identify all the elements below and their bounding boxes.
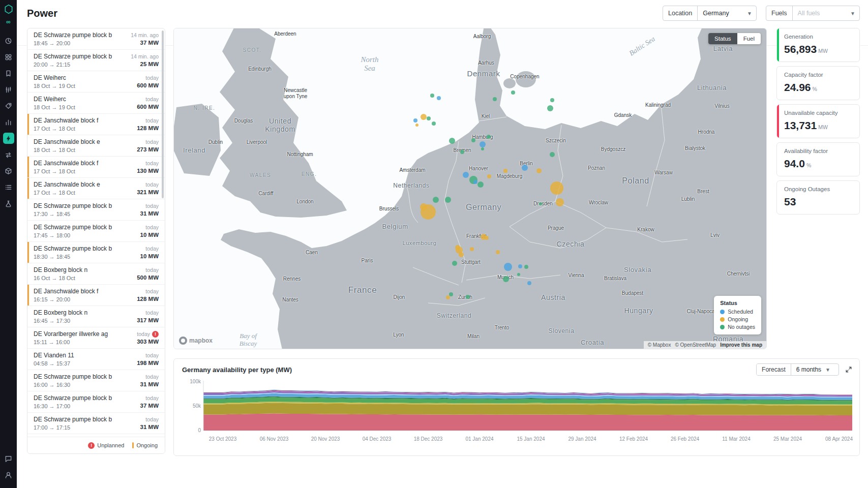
outage-mw: 600 MW: [137, 82, 159, 88]
outage-dot-ongoing[interactable]: [536, 168, 542, 173]
outage-dot-no-outages[interactable]: [511, 90, 515, 95]
outage-row[interactable]: DE Janschwalde block ftoday17 Oct → 18 O…: [27, 114, 165, 135]
outage-dot-no-outages[interactable]: [460, 150, 464, 154]
science-icon[interactable]: [3, 198, 14, 209]
outage-dot-no-outages[interactable]: [539, 202, 542, 205]
outage-dot-ongoing[interactable]: [420, 203, 427, 210]
outage-dot-ongoing[interactable]: [485, 236, 489, 240]
outage-row[interactable]: DE Schwarze pumpe block b14 min. ago18:4…: [27, 28, 165, 50]
outage-time: today: [145, 374, 159, 380]
fuels-select[interactable]: Fuels All fuels ▼: [766, 6, 860, 21]
outage-dot-scheduled[interactable]: [463, 172, 469, 178]
outage-dot-no-outages[interactable]: [550, 152, 555, 157]
location-select[interactable]: Location Germany ▼: [663, 6, 757, 21]
outage-dot-ongoing[interactable]: [487, 174, 491, 178]
outage-dot-scheduled[interactable]: [437, 96, 441, 100]
donut-chart-icon[interactable]: [3, 35, 14, 46]
outage-dot-no-outages[interactable]: [427, 116, 431, 120]
outage-dot-no-outages[interactable]: [449, 292, 453, 296]
app-logo-icon[interactable]: [4, 4, 14, 16]
outage-row[interactable]: DE Vianden 11today04:58 → 15:37198 MW: [27, 349, 165, 370]
outage-time: today: [145, 288, 159, 294]
outage-dot-no-outages[interactable]: [481, 147, 484, 150]
outage-dot-no-outages[interactable]: [449, 138, 455, 144]
outage-row[interactable]: DE Schwarze pumpe block btoday17:45 → 18…: [27, 221, 165, 242]
outage-dot-no-outages[interactable]: [550, 98, 554, 102]
mapbox-logo[interactable]: mapbox: [179, 337, 213, 345]
list-icon[interactable]: [3, 181, 14, 193]
outage-row[interactable]: DE Vorarlberger illwerke agtoday!15:11 →…: [27, 327, 165, 349]
outage-row[interactable]: DE Schwarze pumpe block btoday18:30 → 18…: [27, 242, 165, 263]
chat-icon[interactable]: [3, 453, 14, 464]
improve-map-link[interactable]: Improve this map: [720, 342, 762, 348]
candlestick-icon[interactable]: [3, 84, 14, 95]
outage-dot-ongoing[interactable]: [550, 181, 563, 195]
outage-dot-no-outages[interactable]: [432, 121, 436, 126]
outage-dot-no-outages[interactable]: [503, 276, 509, 282]
outage-row[interactable]: DE Janschwalde block etoday17 Oct → 18 O…: [27, 178, 165, 199]
outage-dot-no-outages[interactable]: [430, 94, 434, 98]
outage-dot-ongoing[interactable]: [496, 250, 500, 254]
mapbox-attribution-link[interactable]: © Mapbox: [648, 342, 671, 348]
bookmark-icon[interactable]: [3, 68, 14, 79]
dashboard-icon[interactable]: [3, 51, 14, 63]
outage-dot-no-outages[interactable]: [445, 197, 451, 203]
outage-dot-no-outages[interactable]: [524, 265, 528, 269]
scrollbar[interactable]: [162, 30, 164, 198]
tag-icon[interactable]: [3, 100, 14, 111]
outage-row[interactable]: DE Schwarze pumpe block btoday17:30 → 18…: [27, 199, 165, 221]
map-toggle-status[interactable]: Status: [708, 33, 737, 44]
outage-dot-ongoing[interactable]: [470, 247, 474, 251]
outage-dot-scheduled[interactable]: [504, 263, 512, 271]
outage-dot-scheduled[interactable]: [518, 264, 522, 268]
outage-dot-no-outages[interactable]: [487, 135, 491, 139]
package-icon[interactable]: [3, 165, 14, 176]
expand-chart-button[interactable]: [845, 366, 852, 373]
outage-row[interactable]: DE Weiherctoday18 Oct → 19 Oct600 MW: [27, 71, 165, 93]
outage-row[interactable]: DE Schwarze pumpe block b14 min. ago20:0…: [27, 50, 165, 71]
account-icon[interactable]: [3, 469, 14, 480]
outage-row[interactable]: DE Janschwalde block ftoday17 Oct → 18 O…: [27, 157, 165, 178]
outage-row[interactable]: DE Janschwalde block ftoday16:15 → 20:00…: [27, 285, 165, 306]
outage-row[interactable]: DE Schwarze pumpe block btoday16:00 → 16…: [27, 370, 165, 391]
outage-dot-ongoing[interactable]: [421, 114, 427, 120]
outage-dot-ongoing[interactable]: [503, 169, 507, 173]
outage-dot-scheduled[interactable]: [522, 165, 528, 171]
outage-dot-ongoing[interactable]: [415, 124, 418, 127]
outage-row[interactable]: DE Janschwalde block etoday18 Oct → 18 O…: [27, 135, 165, 157]
outage-row[interactable]: DE Boxberg block ntoday16:45 → 17:30317 …: [27, 306, 165, 327]
outage-range: 18:45 → 20:00: [34, 40, 70, 46]
outage-dot-no-outages[interactable]: [466, 295, 470, 299]
outage-row[interactable]: DE Schwarze pumpe block btoday17:00 → 17…: [27, 413, 165, 434]
range-select[interactable]: 6 months ▼: [791, 364, 839, 375]
outage-row[interactable]: DE Weiherctoday18 Oct → 19 Oct600 MW: [27, 93, 165, 114]
swap-icon[interactable]: [3, 149, 14, 160]
bar-chart-icon[interactable]: [3, 116, 14, 128]
outage-dot-no-outages[interactable]: [477, 181, 484, 188]
outage-dot-scheduled[interactable]: [413, 118, 417, 123]
outage-row[interactable]: DE Boxberg block ntoday16 Oct → 18 Oct50…: [27, 263, 165, 285]
outage-mw: 130 MW: [137, 168, 159, 174]
outage-dot-scheduled[interactable]: [473, 180, 477, 184]
outage-row[interactable]: DE Schwarze pumpe block btoday16:30 → 17…: [27, 391, 165, 413]
x-tick-label: 04 Dec 2023: [363, 436, 392, 442]
outage-dot-ongoing[interactable]: [556, 198, 564, 206]
outage-range: 15:11 → 16:00: [34, 339, 70, 345]
map[interactable]: North SeaBaltic SeaBay of BiscayDenmarkG…: [173, 28, 767, 349]
power-icon[interactable]: [3, 133, 14, 144]
map-toggle-fuel[interactable]: Fuel: [737, 33, 761, 44]
outage-dot-no-outages[interactable]: [452, 261, 457, 266]
outage-dot-no-outages[interactable]: [493, 97, 497, 101]
outage-dot-no-outages[interactable]: [471, 138, 475, 142]
outage-dot-no-outages[interactable]: [433, 197, 439, 203]
outage-dot-ongoing[interactable]: [446, 295, 450, 299]
outage-dot-ongoing[interactable]: [459, 252, 464, 257]
osm-attribution-link[interactable]: © OpenStreetMap: [675, 342, 716, 348]
outage-dot-ongoing[interactable]: [455, 245, 460, 250]
outage-range: 17 Oct → 18 Oct: [34, 190, 75, 196]
outage-dot-scheduled[interactable]: [527, 281, 531, 285]
outage-range: 04:58 → 15:37: [34, 360, 70, 367]
outage-dot-no-outages[interactable]: [547, 105, 553, 111]
outage-dot-scheduled[interactable]: [480, 141, 486, 147]
outage-dot-no-outages[interactable]: [517, 273, 520, 276]
